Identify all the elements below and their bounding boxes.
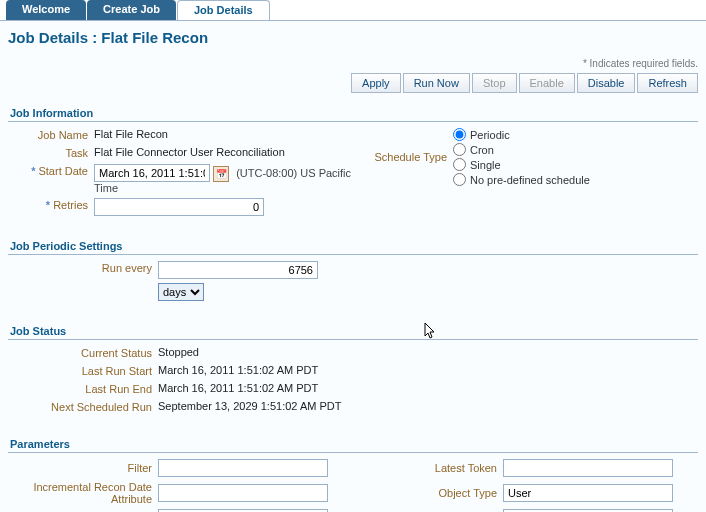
label-object-type: Object Type (353, 487, 503, 499)
tab-bar: Welcome Create Job Job Details (0, 0, 706, 20)
label-latest-token: Latest Token (353, 462, 503, 474)
value-current-status: Stopped (158, 346, 199, 358)
run-now-button[interactable]: Run Now (403, 73, 470, 93)
schedule-type-group: Periodic Cron Single No pre-defined sche… (453, 128, 590, 186)
value-task: Flat File Connector User Reconciliation (94, 146, 285, 158)
label-run-every: Run every (8, 261, 158, 275)
label-start-date: * Start Date (8, 164, 94, 178)
value-job-name: Flat File Recon (94, 128, 168, 140)
radio-cron[interactable]: Cron (453, 143, 590, 156)
label-last-run-end: Last Run End (8, 382, 158, 396)
calendar-icon[interactable]: 📅 (213, 166, 229, 182)
object-type-input[interactable] (503, 484, 673, 502)
tab-create-job[interactable]: Create Job (87, 0, 176, 20)
run-every-input[interactable] (158, 261, 318, 279)
run-every-unit-select[interactable]: days (158, 283, 204, 301)
label-incremental-recon: Incremental Recon Date Attribute (8, 481, 158, 505)
label-last-run-start: Last Run Start (8, 364, 158, 378)
stop-button: Stop (472, 73, 517, 93)
filter-input[interactable] (158, 459, 328, 477)
refresh-button[interactable]: Refresh (637, 73, 698, 93)
tab-job-details[interactable]: Job Details (177, 0, 270, 20)
page-title: Job Details : Flat File Recon (8, 29, 698, 46)
label-job-name: Job Name (8, 128, 94, 142)
value-next-scheduled-run: September 13, 2029 1:51:02 AM PDT (158, 400, 341, 412)
radio-no-schedule[interactable]: No pre-defined schedule (453, 173, 590, 186)
label-next-scheduled-run: Next Scheduled Run (8, 400, 158, 414)
incremental-recon-input[interactable] (158, 484, 328, 502)
tab-welcome[interactable]: Welcome (6, 0, 86, 20)
section-job-status: Job Status (8, 321, 698, 340)
label-schedule-type: Schedule Type (353, 150, 453, 164)
label-filter: Filter (8, 462, 158, 474)
disable-button[interactable]: Disable (577, 73, 636, 93)
retries-input[interactable] (94, 198, 264, 216)
label-retries: * Retries (8, 198, 94, 212)
enable-button: Enable (519, 73, 575, 93)
latest-token-input[interactable] (503, 459, 673, 477)
radio-single[interactable]: Single (453, 158, 590, 171)
required-fields-note: * Indicates required fields. (8, 58, 698, 69)
label-current-status: Current Status (8, 346, 158, 360)
section-parameters: Parameters (8, 434, 698, 453)
value-last-run-start: March 16, 2011 1:51:02 AM PDT (158, 364, 318, 376)
section-job-information: Job Information (8, 103, 698, 122)
radio-periodic[interactable]: Periodic (453, 128, 590, 141)
label-task: Task (8, 146, 94, 160)
apply-button[interactable]: Apply (351, 73, 401, 93)
section-periodic-settings: Job Periodic Settings (8, 236, 698, 255)
value-last-run-end: March 16, 2011 1:51:02 AM PDT (158, 382, 318, 394)
action-bar: Apply Run Now Stop Enable Disable Refres… (8, 73, 698, 93)
start-date-input[interactable] (94, 164, 210, 182)
